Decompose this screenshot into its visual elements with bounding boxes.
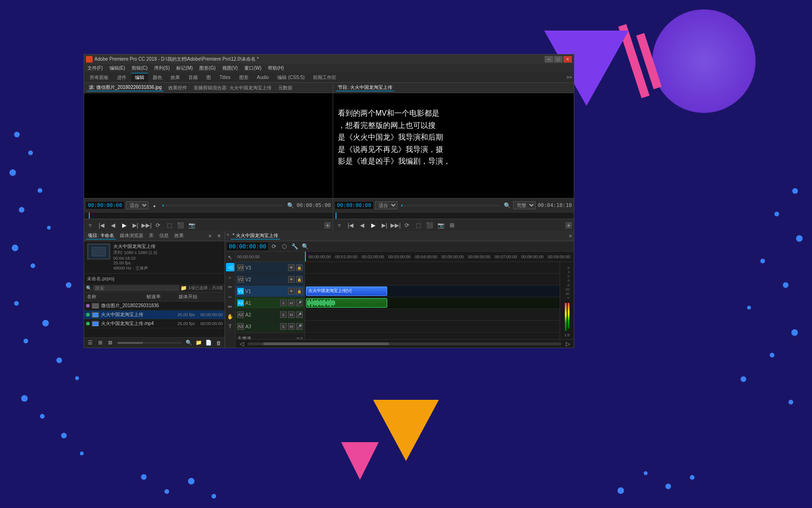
source-tab-effects[interactable]: 效果控件 — [166, 85, 189, 91]
tl-btn3[interactable]: 🔧 — [290, 242, 299, 251]
tab-edit[interactable]: 编辑 — [131, 73, 148, 82]
track-v1-lock[interactable]: 🔒 — [296, 288, 303, 294]
tool-ripple[interactable]: ⬦ — [226, 273, 234, 281]
tab-titles[interactable]: Titles — [216, 74, 234, 81]
track-a3-toggle[interactable]: A3 — [237, 323, 244, 330]
track-a1-mic[interactable]: 🎤 — [296, 300, 303, 306]
project-tab-effects[interactable]: 效果 — [172, 232, 186, 239]
project-panel-close[interactable]: ✕ — [215, 233, 223, 238]
tool-track-select[interactable]: ◁ — [226, 263, 234, 271]
tool-razor[interactable]: ✂ — [226, 283, 234, 291]
source-overwrite[interactable]: ⬛ — [176, 221, 185, 230]
track-a1-solo[interactable]: S — [280, 300, 287, 306]
menu-help[interactable]: 帮助(H) — [266, 65, 285, 71]
track-v3-lock[interactable]: 🔒 — [296, 264, 303, 271]
maximize-button[interactable]: □ — [554, 56, 562, 63]
source-step-back[interactable]: ◀ — [109, 221, 117, 230]
tab-graph[interactable]: 图 — [203, 73, 215, 82]
tab-audio[interactable]: 音频 — [185, 73, 202, 82]
program-zoom-icon[interactable]: 🔍 — [503, 201, 511, 210]
prog-prev-edit[interactable]: |◀ — [346, 221, 355, 230]
prog-export[interactable]: 📷 — [437, 221, 445, 230]
timeline-timecode[interactable]: 00:00:00:00 — [227, 243, 268, 250]
menu-marker[interactable]: 标记(M) — [175, 65, 194, 71]
project-tab-info[interactable]: 信息 — [157, 232, 171, 239]
menu-window[interactable]: 窗口(W) — [243, 65, 263, 71]
tl-btn1[interactable]: ⟳ — [270, 242, 278, 251]
zoom-slider[interactable] — [117, 342, 181, 344]
program-tab[interactable]: 节目: 火火中国龙淘宝上传 — [336, 84, 394, 91]
program-timecode[interactable]: 00:00:00:00 — [335, 202, 373, 209]
source-scene-dropdown[interactable]: 适台 — [126, 201, 148, 209]
prog-mark-in[interactable]: ▿ — [335, 221, 344, 230]
new-item-btn[interactable]: 📄 — [204, 339, 213, 347]
timeline-menu-icon[interactable]: ≡ — [569, 233, 572, 238]
source-add-button[interactable]: + — [324, 222, 331, 229]
source-export[interactable]: 📷 — [187, 221, 196, 230]
track-v1-toggle[interactable]: V1 — [237, 288, 244, 294]
track-v2-vis[interactable]: 👁 — [288, 276, 295, 283]
project-panel-menu[interactable]: ≡ — [207, 233, 213, 238]
source-next-edit[interactable]: ▶▶| — [142, 221, 151, 230]
freeform-view-btn[interactable]: ⊠ — [106, 339, 114, 347]
prog-play[interactable]: ▶ — [369, 221, 377, 230]
source-prev-edit[interactable]: |◀ — [97, 221, 106, 230]
track-v2-lock[interactable]: 🔒 — [296, 276, 303, 283]
source-step-fwd[interactable]: ▶| — [131, 221, 140, 230]
program-zoom-dropdown[interactable]: 究整 — [513, 201, 536, 209]
delete-btn[interactable]: 🗑 — [214, 339, 223, 347]
prog-step-back[interactable]: ◀ — [358, 221, 366, 230]
program-add-button[interactable]: + — [565, 222, 572, 229]
tab-color[interactable]: 颜色 — [149, 73, 166, 82]
tab-editing[interactable]: 编辑 (CSS:5) — [273, 73, 308, 82]
search-btn[interactable]: 🔍 — [185, 339, 193, 347]
program-scene-dropdown[interactable]: 适台 — [375, 201, 398, 209]
track-a2-solo[interactable]: S — [280, 311, 287, 318]
track-v3-vis[interactable]: 👁 — [288, 264, 295, 271]
tab-graphic[interactable]: 图形 — [235, 73, 252, 82]
file-item-0[interactable]: 微信图片_20180226031836 — [84, 302, 225, 310]
timeline-scrollbar[interactable] — [248, 342, 562, 345]
source-tab-meta[interactable]: 元数据 — [276, 85, 294, 91]
prog-step-fwd[interactable]: ▶| — [380, 221, 389, 230]
tool-pen[interactable]: ✏ — [226, 302, 234, 311]
source-zoom-icon[interactable]: 🔍 — [286, 201, 295, 210]
source-insert[interactable]: ⬚ — [165, 221, 173, 230]
timeline-title[interactable]: * 火火中国龙淘宝上传 — [231, 232, 280, 239]
track-a1-mute[interactable]: M — [288, 300, 295, 306]
track-a3-mute[interactable]: M — [288, 323, 295, 330]
track-a2-mute[interactable]: M — [288, 311, 295, 318]
prog-insert[interactable]: ⬚ — [414, 221, 422, 230]
tool-text[interactable]: T — [226, 322, 234, 331]
project-tab-project[interactable]: 项目: 卡命名 — [86, 232, 116, 239]
project-tab-browser[interactable]: 媒体浏览器 — [118, 232, 145, 239]
tl-scroll-left[interactable]: ◁ — [237, 340, 246, 348]
minimize-button[interactable]: ─ — [545, 56, 553, 63]
track-v3-toggle[interactable]: V3 — [237, 264, 244, 271]
tl-btn4[interactable]: 🔍 — [301, 242, 309, 251]
track-a1-toggle[interactable]: A1 — [237, 300, 244, 306]
tl-btn2[interactable]: ⬡ — [280, 242, 289, 251]
project-tab-lib[interactable]: 库 — [147, 232, 156, 239]
source-play[interactable]: ▶ — [120, 221, 128, 230]
menu-file[interactable]: 文件(F) — [86, 65, 104, 71]
tab-input[interactable]: 进件 — [113, 73, 130, 82]
track-v1-vis[interactable]: 👁 — [288, 288, 295, 294]
tool-select[interactable]: ↖ — [226, 253, 234, 262]
prog-safe-margins[interactable]: ⊞ — [448, 221, 456, 230]
file-item-2[interactable]: 火火中国龙淘宝上传.mp4 25.00 fps 00:00:00:00 — [84, 319, 225, 328]
menu-edit[interactable]: 编辑(E) — [108, 65, 126, 71]
track-v2-toggle[interactable]: V2 — [237, 276, 244, 283]
source-tab-source[interactable]: 源: 微信图片_20180226031836.jpg — [87, 84, 164, 91]
file-item-1[interactable]: 火火中国龙淘宝上传 25.00 fps 00:00:00:00 — [84, 310, 225, 319]
tab-audio2[interactable]: Audio — [253, 74, 273, 81]
audio-clip-a1[interactable] — [306, 298, 387, 307]
tab-all-panels[interactable]: 所有面板 — [86, 73, 112, 82]
prog-next-edit[interactable]: ▶▶| — [391, 221, 400, 230]
source-mark-in[interactable]: ▿ — [86, 221, 94, 230]
source-timecode[interactable]: 00:00:00:00 — [86, 202, 124, 209]
tab-more[interactable]: >> — [566, 75, 572, 80]
menu-view[interactable]: 视图(V) — [221, 65, 239, 71]
track-a3-solo[interactable]: S — [280, 323, 287, 330]
video-clip-v1[interactable]: 火火中国龙淘宝上传[V] — [306, 286, 387, 295]
